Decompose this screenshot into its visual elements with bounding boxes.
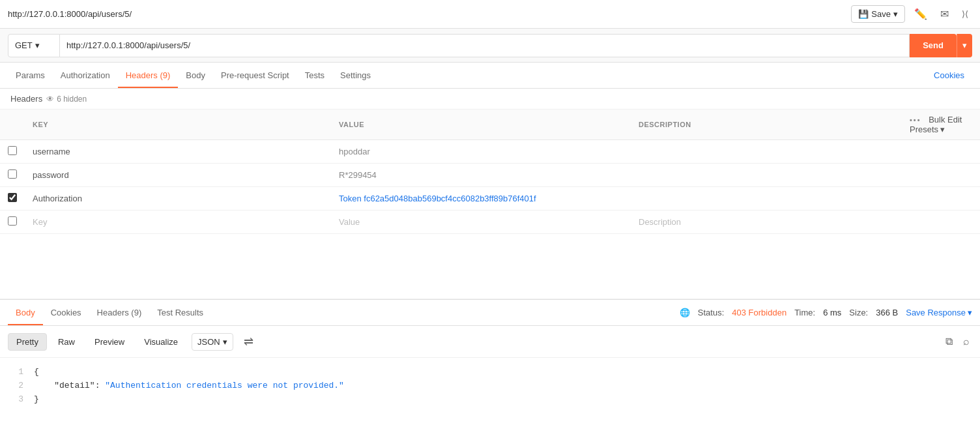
format-preview-button[interactable]: Preview	[86, 333, 133, 351]
response-tab-body[interactable]: Body	[8, 301, 43, 325]
request-tabs: Params Authorization Headers (9) Body Pr…	[0, 63, 980, 89]
tab-body[interactable]: Body	[178, 64, 213, 88]
url-bar: GET ▾ Send ▾	[0, 29, 980, 63]
row-actions-cell	[902, 211, 980, 234]
row-checkbox[interactable]	[8, 193, 17, 202]
format-pretty-button[interactable]: Pretty	[8, 333, 47, 351]
row-value-cell: Value	[331, 211, 631, 234]
status-value: 403 Forbidden	[732, 308, 786, 317]
row-desc-cell	[631, 187, 902, 211]
type-select-label: JSON	[197, 337, 220, 347]
tab-authorization[interactable]: Authorization	[53, 64, 118, 88]
th-check	[0, 110, 25, 140]
row-key: Authorization	[33, 194, 82, 203]
code-text: }	[34, 393, 39, 407]
code-area: 1 { 2 "detail": "Authentication credenti…	[0, 358, 980, 414]
top-bar-actions: 💾 Save ▾ ✏️ ✉ ⟩⟨	[851, 5, 972, 23]
size-value: 366 B	[876, 308, 898, 317]
url-input[interactable]	[60, 34, 910, 57]
row-value-cell: Token fc62a5d048bab569bcf4cc6082b3ff89b7…	[331, 187, 631, 211]
time-value: 6 ms	[823, 308, 841, 317]
edit-button[interactable]: ✏️	[910, 5, 931, 23]
line-number: 3	[10, 393, 23, 407]
top-bar: http://127.0.0.1:8000/api/users/5/ 💾 Sav…	[0, 0, 980, 29]
tab-tests[interactable]: Tests	[297, 64, 332, 88]
row-desc-cell	[631, 140, 902, 164]
code-line: 2 "detail": "Authentication credentials …	[10, 379, 970, 393]
send-button[interactable]: Send	[910, 34, 957, 57]
type-select[interactable]: JSON ▾	[192, 333, 233, 351]
response-tab-test-results[interactable]: Test Results	[149, 301, 211, 325]
method-label: GET	[15, 40, 33, 50]
table-row: password R*299454	[0, 164, 980, 187]
status-label: Status:	[698, 308, 724, 317]
wrap-button[interactable]: ⇌	[238, 331, 259, 352]
save-button[interactable]: 💾 Save ▾	[851, 5, 905, 23]
format-raw-button[interactable]: Raw	[50, 333, 83, 351]
tab-params[interactable]: Params	[8, 64, 53, 88]
code-text: "detail": "Authentication credentials we…	[34, 379, 344, 393]
tab-headers[interactable]: Headers (9)	[118, 64, 179, 88]
eye-off-icon: 👁	[46, 95, 54, 104]
hidden-count: 6 hidden	[57, 95, 87, 104]
search-button[interactable]: ⌕	[960, 333, 972, 350]
message-button[interactable]: ✉	[936, 5, 953, 23]
hidden-headers-badge[interactable]: 👁 6 hidden	[46, 95, 87, 104]
tab-settings[interactable]: Settings	[332, 64, 379, 88]
tab-pre-request-script[interactable]: Pre-request Script	[213, 64, 297, 88]
save-response-label: Save Response	[906, 308, 966, 317]
table-row: username hpoddar	[0, 140, 980, 164]
save-response-chevron-icon: ▾	[968, 308, 972, 317]
row-key-cell: password	[25, 164, 331, 187]
row-value-cell: R*299454	[331, 164, 631, 187]
row-checkbox-cell	[0, 140, 25, 164]
response-toolbar: Pretty Raw Preview Visualize JSON ▾ ⇌ ⧉ …	[0, 326, 980, 358]
bulk-edit-button[interactable]: Bulk Edit	[929, 115, 962, 125]
response-tab-headers[interactable]: Headers (9)	[89, 301, 150, 325]
headers-table: KEY VALUE DESCRIPTION ••• Bulk Edit Pres…	[0, 110, 980, 299]
code-line: 1 {	[10, 366, 970, 379]
headers-section-label: Headers	[10, 94, 42, 104]
save-label: Save	[871, 9, 891, 19]
row-actions-cell	[902, 140, 980, 164]
presets-button[interactable]: Presets ▾	[910, 125, 945, 134]
format-visualize-button[interactable]: Visualize	[136, 333, 186, 351]
th-value: VALUE	[331, 110, 631, 140]
more-icon[interactable]: •••	[910, 116, 921, 124]
send-btn-wrapper: Send ▾	[910, 34, 972, 57]
row-checkbox-cell	[0, 187, 25, 211]
line-number: 2	[10, 379, 23, 393]
globe-icon: 🌐	[680, 308, 690, 317]
headers-toolbar: Headers 👁 6 hidden	[0, 89, 980, 110]
row-checkbox[interactable]	[8, 216, 17, 226]
line-number: 1	[10, 366, 23, 379]
code-text: {	[34, 366, 39, 379]
row-key-cell: Key	[25, 211, 331, 234]
row-value-cell: hpoddar	[331, 140, 631, 164]
response-tab-cookies[interactable]: Cookies	[43, 301, 89, 325]
request-title: http://127.0.0.1:8000/api/users/5/	[8, 9, 132, 19]
empty-row	[0, 234, 980, 299]
th-description: DESCRIPTION	[631, 110, 902, 140]
method-dropdown-icon: ▾	[35, 40, 40, 50]
send-dropdown-button[interactable]: ▾	[957, 34, 972, 57]
row-desc-cell: Description	[631, 211, 902, 234]
row-checkbox[interactable]	[8, 169, 17, 179]
response-actions: ⧉ ⌕	[943, 333, 972, 350]
presets-chevron-icon: ▾	[940, 125, 945, 134]
expand-button[interactable]: ⟩⟨	[958, 7, 972, 22]
row-checkbox[interactable]	[8, 146, 17, 155]
save-dropdown-icon: ▾	[893, 9, 898, 19]
copy-button[interactable]: ⧉	[943, 333, 955, 350]
table-row: Key Value Description	[0, 211, 980, 234]
response-section: Body Cookies Headers (9) Test Results 🌐 …	[0, 299, 980, 414]
row-value: hpoddar	[339, 147, 370, 156]
row-key-cell: Authorization	[25, 187, 331, 211]
row-desc-cell	[631, 164, 902, 187]
row-value-placeholder: Value	[339, 217, 360, 227]
tab-cookies[interactable]: Cookies	[926, 64, 972, 88]
response-status: 🌐 Status: 403 Forbidden Time: 6 ms Size:…	[680, 308, 972, 317]
method-select[interactable]: GET ▾	[8, 34, 60, 57]
save-response-button[interactable]: Save Response ▾	[906, 308, 972, 317]
th-key: KEY	[25, 110, 331, 140]
